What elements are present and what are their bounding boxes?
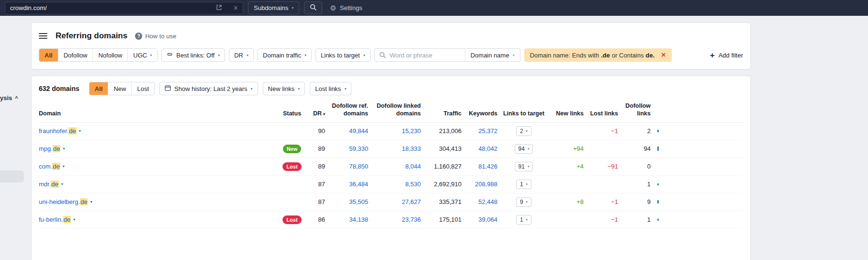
dofollow-ref-domains-value[interactable]: 34,138	[349, 216, 368, 223]
site-url-input[interactable]: crowdin.com/ ×	[5, 2, 243, 14]
keywords-value[interactable]: 25,372	[478, 127, 497, 135]
results-toolbar: 632 domains AllNewLost Show history: Las…	[39, 82, 743, 95]
add-filter-button[interactable]: + Add filter	[710, 51, 743, 59]
column-header-traffic[interactable]: Traffic	[421, 110, 462, 117]
column-header-keywords[interactable]: Keywords	[462, 110, 497, 117]
links-to-target-dropdown[interactable]: 2▾	[516, 126, 531, 136]
filter-segment-ugc[interactable]: UGC▾	[127, 49, 157, 61]
keywords-value-cell: 48,042	[462, 145, 497, 152]
dr-value-cell: 89	[306, 163, 325, 170]
links-to-target-dropdown[interactable]: 1▾	[516, 215, 531, 225]
traffic-value-cell: 335,371	[421, 198, 462, 205]
domain-link[interactable]: com.de	[39, 163, 60, 170]
dofollow-linked-domains-value[interactable]: 8,044	[405, 163, 421, 170]
dofollow-ref-domains-value[interactable]: 35,505	[349, 198, 368, 205]
chevron-down-icon: ▾	[526, 182, 528, 186]
subdomains-dropdown[interactable]: Subdomains ▾	[248, 1, 299, 14]
history-segment-new[interactable]: New	[108, 82, 131, 95]
domain-dropdown-caret[interactable]: ▾	[90, 200, 92, 204]
dofollow-ref-domains-value[interactable]: 78,850	[349, 163, 368, 170]
links-to-target-dropdown[interactable]: 91▾	[515, 162, 533, 171]
search-icon	[310, 4, 316, 12]
calendar-icon	[165, 85, 171, 92]
how-to-use-link[interactable]: ? How to use	[135, 33, 176, 40]
search-icon	[379, 52, 386, 60]
sidebar-selected-item-fragment[interactable]	[0, 170, 24, 182]
domain-link[interactable]: fraunhofer.de	[39, 127, 77, 135]
links-to-target-dropdown[interactable]: 9▾	[516, 197, 531, 207]
dofollow-linked-domains-value-cell: 27,627	[368, 198, 421, 205]
domain-dropdown-caret[interactable]: ▾	[61, 182, 63, 186]
new-links-dropdown[interactable]: New links ▾	[263, 82, 305, 95]
column-header-new-links[interactable]: New links	[550, 110, 584, 117]
links-to-target-dropdown-filter[interactable]: Links to target ▾	[316, 48, 371, 62]
traffic-value: 2,692,910	[434, 181, 462, 188]
keywords-value[interactable]: 39,064	[478, 216, 497, 223]
external-link-icon[interactable]	[216, 4, 222, 12]
sparkline-cell	[651, 200, 672, 203]
column-header-dr[interactable]: DR▾	[306, 110, 325, 117]
best-links-label: Best links: Off	[176, 52, 214, 59]
domain-dropdown-caret[interactable]: ▾	[73, 217, 75, 222]
links-to-target-dropdown[interactable]: 1▾	[516, 180, 531, 189]
filter-segment-dofollow[interactable]: Dofollow	[58, 49, 93, 61]
dofollow-ref-domains-value[interactable]: 59,330	[349, 145, 368, 152]
domain-link[interactable]: fu-berlin.de	[39, 216, 71, 223]
domain-dropdown-caret[interactable]: ▾	[63, 164, 65, 169]
domain-link[interactable]: uni-heidelberg.de	[39, 198, 88, 205]
status-badge: Lost	[282, 215, 301, 224]
filter-segment-all[interactable]: All	[39, 49, 58, 61]
column-header-dofollow-linked-domains[interactable]: Dofollow linked domains	[368, 102, 421, 118]
domain-dropdown-caret[interactable]: ▾	[79, 129, 81, 133]
new-links-value-cell: +8	[550, 198, 584, 205]
links-to-target-cell: 1▾	[497, 180, 550, 189]
add-filter-label: Add filter	[719, 52, 743, 59]
domain-link[interactable]: mpg.de	[39, 145, 60, 152]
domain-name-select[interactable]: Domain name ▾	[465, 48, 520, 62]
dofollow-linked-domains-value[interactable]: 8,530	[405, 181, 421, 188]
lost-links-value-cell: −91	[584, 163, 618, 170]
keywords-value[interactable]: 52,448	[478, 198, 497, 205]
keywords-value[interactable]: 208,988	[475, 181, 497, 188]
domain-dropdown-caret[interactable]: ▾	[63, 147, 65, 151]
sidebar-item-analysis-fragment[interactable]: ysis ^	[0, 94, 18, 102]
column-header-dofollow-ref-domains[interactable]: Dofollow ref. domains	[325, 102, 368, 118]
keywords-value[interactable]: 81,426	[478, 163, 497, 170]
history-segments: AllNewLost	[89, 82, 155, 95]
dofollow-linked-domains-value[interactable]: 15,230	[402, 127, 421, 135]
domain-link[interactable]: mdr.de	[39, 181, 59, 188]
remove-filter-icon[interactable]: ×	[661, 51, 665, 59]
search-submit-button[interactable]	[304, 1, 322, 14]
keywords-value[interactable]: 48,042	[478, 145, 497, 152]
history-segment-lost[interactable]: Lost	[131, 82, 154, 95]
best-links-dropdown[interactable]: Best links: Off ▾	[161, 48, 225, 62]
filter-segment-nofollow[interactable]: Nofollow	[92, 49, 127, 61]
domain-traffic-dropdown[interactable]: Domain traffic ▾	[258, 48, 312, 62]
word-or-phrase-search: Domain name ▾	[374, 48, 520, 62]
word-or-phrase-input[interactable]	[374, 48, 465, 62]
lost-links-dropdown[interactable]: Lost links ▾	[310, 82, 351, 95]
history-segment-all[interactable]: All	[90, 82, 108, 95]
dofollow-linked-domains-value[interactable]: 23,736	[402, 216, 421, 223]
show-history-dropdown[interactable]: Show history: Last 2 years ▾	[159, 82, 258, 95]
table-row: fraunhofer.de▾9049,84415,230213,00625,37…	[39, 123, 743, 140]
column-header-status[interactable]: Status	[278, 110, 306, 117]
active-filter-chip[interactable]: Domain name: Ends with .de or Contains d…	[524, 48, 672, 62]
menu-icon[interactable]	[39, 33, 47, 39]
dofollow-linked-domains-value[interactable]: 18,333	[402, 145, 421, 152]
dofollow-linked-domains-value[interactable]: 27,627	[402, 198, 421, 205]
links-to-target-dropdown[interactable]: 94▾	[515, 144, 533, 154]
dofollow-ref-domains-value[interactable]: 36,484	[349, 181, 368, 188]
chevron-down-icon: ▾	[526, 200, 528, 204]
show-history-label: Show history: Last 2 years	[174, 85, 247, 92]
column-header-links-to-target[interactable]: Links to target	[497, 110, 550, 117]
dr-filter-dropdown[interactable]: DR ▾	[229, 48, 254, 62]
column-header-lost-links[interactable]: Lost links	[584, 110, 618, 117]
clear-input-icon[interactable]: ×	[234, 4, 238, 12]
chevron-down-icon: ▾	[528, 147, 530, 151]
settings-button[interactable]: ⚙ Settings	[330, 4, 362, 12]
dofollow-ref-domains-value[interactable]: 49,844	[349, 127, 368, 135]
topbar: crowdin.com/ × Subdomains ▾ ⚙ Settings	[0, 0, 868, 16]
column-header-domain[interactable]: Domain	[39, 110, 278, 117]
column-header-dofollow-links[interactable]: Dofollow links	[618, 102, 651, 118]
